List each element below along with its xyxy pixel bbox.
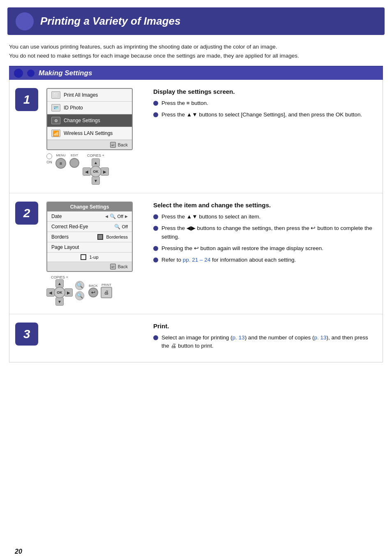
menu-item-change-settings-label: Change Settings (64, 118, 100, 123)
on-label: ON (46, 160, 52, 164)
dpad-right-1[interactable]: ▶ (101, 167, 109, 176)
bullet-2-3-text: Pressing the ↩ button again will restore… (161, 244, 323, 253)
controller-2: COPIES + ▲ ▼ ◀ ▶ OK 🔍 🔍 (46, 275, 141, 306)
on-off-area: ON (46, 153, 52, 164)
step-3-number: 3 (15, 323, 38, 346)
bullet-3-1-text: Select an image for printing (p. 13) and… (161, 334, 377, 350)
bullet-3-1: Select an image for printing (p. 13) and… (153, 334, 377, 350)
redeye-val-text: Off (122, 224, 128, 229)
date-off-icon: 🔍 (110, 214, 116, 219)
change-screen: Change Settings Date ◀ 🔍 Off ▶ Correct (46, 202, 133, 272)
dpad-area: COPIES + ▲ ▼ ◀ ▶ OK (83, 153, 109, 185)
bullet-1-2: Press the ▲▼ buttons to select [Change S… (153, 111, 377, 119)
layout-label: Page Layout (51, 244, 79, 250)
menu-item-print-all: ⬜ Print All Images (47, 89, 132, 102)
menu-button[interactable]: ≡ (55, 158, 66, 169)
section-header: Making Settings (9, 67, 383, 80)
date-arrow-left: ◀ (105, 214, 108, 218)
dpad-left-1[interactable]: ◀ (83, 167, 91, 176)
p13-link-1[interactable]: p. 13 (233, 334, 245, 341)
controller-1: ON MENU ≡ EDIT COPIES + (46, 153, 141, 185)
menu-item-id-photo: 🪪 ID Photo (47, 102, 132, 114)
print-button[interactable]: 🖨 (101, 287, 112, 298)
back-label-1: Back (118, 142, 128, 147)
intro-text: You can use various printing features, s… (9, 42, 383, 60)
on-indicator: ON (46, 153, 52, 164)
bullet-2-2: Press the ◀▶ buttons to change the setti… (153, 224, 377, 241)
edit-button-area: EDIT (69, 153, 79, 168)
step-2-device: Change Settings Date ◀ 🔍 Off ▶ Correct (46, 202, 141, 306)
step-3-row: 3 Print. Select an image for printing (p… (9, 314, 383, 362)
back-row-1: ↩ Back (47, 140, 132, 149)
bullet-dot (153, 214, 158, 219)
back-arrow-icon-2: ↩ (110, 264, 116, 269)
dpad-down-1[interactable]: ▼ (92, 176, 100, 185)
bullet-2-4: Refer to pp. 21 – 24 for information abo… (153, 256, 377, 264)
zoom-buttons: 🔍 🔍 (75, 281, 84, 300)
step-1-bullets: Press the ≡ button. Press the ▲▼ buttons… (153, 99, 377, 119)
edit-button[interactable] (69, 158, 79, 168)
dpad-down-2[interactable]: ▼ (55, 297, 64, 306)
dpad-2: ▲ ▼ ◀ ▶ OK (46, 279, 73, 306)
print-all-icon: ⬜ (51, 91, 60, 99)
one-up-container: 1-up (47, 253, 132, 262)
step-2-content: Select the item and change the settings.… (149, 202, 377, 306)
bullet-dot (153, 335, 158, 340)
bullet-dot (153, 101, 158, 106)
menu-screen-1: ⬜ Print All Images 🪪 ID Photo ⚙ Change S… (46, 88, 133, 150)
date-label: Date (51, 214, 62, 219)
redeye-val: 🔍 Off (114, 224, 128, 230)
step-1-content: Display the settings screen. Press the ≡… (149, 88, 377, 185)
date-val-text: Off (118, 214, 123, 219)
back-btn-container: BACK ↩ (88, 284, 98, 297)
dpad-up-2[interactable]: ▲ (55, 279, 64, 288)
zoom-minus-button[interactable]: 🔍 (75, 291, 84, 300)
step-2-title: Select the item and change the settings. (153, 202, 377, 209)
section-icon (27, 70, 35, 77)
step-1-row: 1 ⬜ Print All Images 🪪 ID Photo (9, 80, 383, 193)
copies-label-2: COPIES + (51, 275, 68, 279)
dpad-area-2: COPIES + ▲ ▼ ◀ ▶ OK (46, 275, 73, 306)
date-val: ◀ 🔍 Off ▶ (105, 214, 128, 219)
back-button-2[interactable]: ↩ (88, 288, 98, 297)
dpad-left-2[interactable]: ◀ (46, 288, 55, 297)
ok-button-2[interactable]: OK (54, 287, 65, 298)
change-row-borders: Borders Borderless (47, 232, 132, 242)
pp-ref-link[interactable]: pp. 21 – 24 (183, 257, 211, 263)
step-2-row: 2 Change Settings Date ◀ 🔍 Off ▶ (9, 193, 383, 314)
dpad-right-2[interactable]: ▶ (65, 288, 73, 297)
page-title: Printing a Variety of Images (40, 15, 371, 28)
bullet-2-1-text: Press the ▲▼ buttons to select an item. (161, 213, 261, 221)
zoom-plus-button[interactable]: 🔍 (75, 281, 84, 290)
change-row-layout: Page Layout (47, 242, 132, 253)
bullet-1-1-text: Press the ≡ button. (161, 99, 208, 107)
bullet-dot (153, 112, 158, 117)
ok-button-1[interactable]: OK (90, 166, 101, 177)
menu-item-wireless-label: Wireless LAN Settings (64, 130, 113, 136)
bullet-2-2-text: Press the ◀▶ buttons to change the setti… (161, 224, 377, 241)
border-box-icon (97, 234, 103, 240)
edit-btn-label: EDIT (71, 153, 78, 157)
bullet-1-2-text: Press the ▲▼ buttons to select [Change S… (161, 111, 362, 119)
date-arrow-right: ▶ (125, 214, 128, 218)
back-print-area: BACK ↩ (88, 284, 98, 297)
change-settings-icon: ⚙ (51, 117, 60, 124)
dpad-up-1[interactable]: ▲ (92, 158, 100, 167)
dpad-1: ▲ ▼ ◀ ▶ OK (83, 158, 109, 185)
borders-label: Borders (51, 234, 69, 240)
step-1-device: ⬜ Print All Images 🪪 ID Photo ⚙ Change S… (46, 88, 141, 185)
change-row-date: Date ◀ 🔍 Off ▶ (47, 211, 132, 222)
bullet-dot (153, 226, 158, 231)
menu-item-print-all-label: Print All Images (64, 92, 98, 98)
redeye-icon: 🔍 (114, 224, 120, 230)
menu-item-id-photo-label: ID Photo (64, 105, 83, 111)
back-row-2: ↩ Back (47, 262, 132, 271)
p13-link-2[interactable]: p. 13 (314, 334, 326, 341)
bullet-2-1: Press the ▲▼ buttons to select an item. (153, 213, 377, 221)
section-title: Making Settings (39, 69, 92, 77)
step-2-bullets: Press the ▲▼ buttons to select an item. … (153, 213, 377, 264)
wireless-icon: 📶 (51, 130, 60, 137)
step-3-empty-device (46, 323, 141, 354)
redeye-label: Correct Red-Eye (51, 224, 88, 230)
back-btn-label: BACK (89, 284, 98, 288)
